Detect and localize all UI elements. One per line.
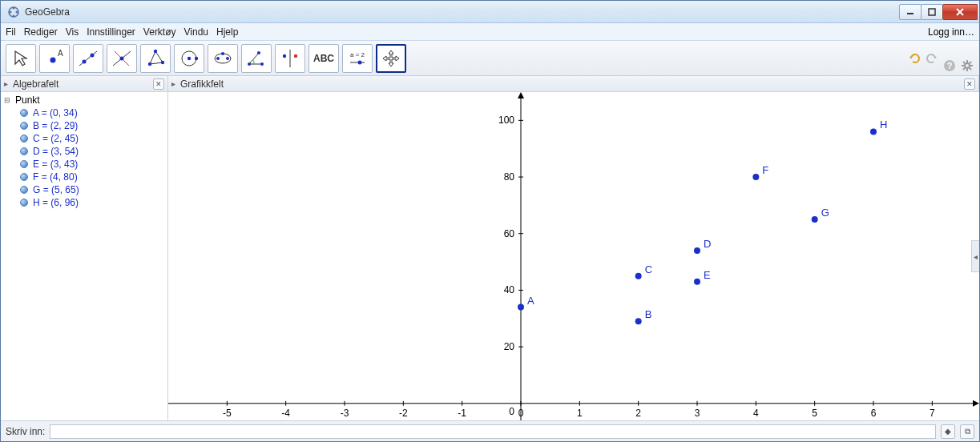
graphics-panel[interactable]: -5-4-3-2-101234567204060801000ABCDEFGH ◂ [168,92,979,420]
plot-point-C[interactable] [635,273,642,279]
svg-text:A: A [527,295,534,307]
text-tool[interactable]: ABC [309,44,339,73]
polygon-tool[interactable] [140,44,171,73]
svg-text:3: 3 [695,408,700,419]
plot-point-A[interactable] [518,304,524,311]
point-tool[interactable]: A [39,44,70,73]
graphics-panel-title: Grafikkfelt [180,78,224,90]
point-visibility-icon[interactable] [20,173,28,181]
algebra-point-B[interactable]: B = (2, 29) [15,119,164,132]
reflect-tool[interactable] [275,44,305,73]
menu-innstillinger[interactable]: Innstillinger [87,26,135,38]
tree-group-punkt[interactable]: ⊟ Punkt [4,94,164,106]
collapse-icon[interactable]: ▸ [171,79,175,88]
svg-text:a = 2: a = 2 [350,51,365,58]
menu-fil[interactable]: Fil [6,26,16,38]
svg-text:-4: -4 [281,408,290,419]
coordinate-plane[interactable]: -5-4-3-2-101234567204060801000ABCDEFGH [168,92,979,420]
svg-text:H: H [880,119,887,131]
svg-point-23 [195,56,198,59]
plot-point-B[interactable] [635,318,642,324]
menu-rediger[interactable]: Rediger [24,26,58,38]
collapse-icon[interactable]: ▸ [4,79,8,88]
point-visibility-icon[interactable] [20,109,28,117]
point-visibility-icon[interactable] [20,122,28,130]
plot-point-E[interactable] [694,279,700,285]
panels-header: ▸ Algebrafelt ✕ ▸ Grafikkfelt ✕ [1,76,979,92]
algebra-panel[interactable]: ⊟ Punkt A = (0, 34)B = (2, 29)C = (2, 45… [1,92,168,420]
input-dropdown-icon[interactable]: ◆ [941,424,955,439]
settings-icon[interactable] [960,58,974,73]
plot-point-F[interactable] [752,174,759,180]
angle-tool[interactable] [241,44,272,73]
point-definition: A = (0, 34) [33,107,78,119]
menu-vis[interactable]: Vis [66,26,79,38]
point-visibility-icon[interactable] [20,186,28,194]
ellipse-tool[interactable] [208,44,238,73]
svg-point-25 [216,57,220,60]
svg-text:-2: -2 [399,408,408,419]
graphics-panel-header[interactable]: ▸ Grafikkfelt ✕ [168,76,979,91]
maximize-button[interactable] [921,4,943,20]
menu-verktoy[interactable]: Verktøy [143,26,176,38]
algebra-point-F[interactable]: F = (4, 80) [15,171,164,183]
login-link[interactable]: Logg inn… [928,26,974,38]
move-tool[interactable] [6,44,36,73]
close-panel-icon[interactable]: ✕ [964,78,975,90]
redo-icon[interactable] [925,51,939,66]
perpendicular-tool[interactable] [107,44,137,73]
svg-text:A: A [58,49,63,58]
point-visibility-icon[interactable] [20,147,28,155]
menubar: Fil Rediger Vis Innstillinger Verktøy Vi… [1,23,979,41]
point-visibility-icon[interactable] [20,135,28,143]
svg-text:60: 60 [504,228,515,239]
point-visibility-icon[interactable] [20,160,28,168]
menu-vindu[interactable]: Vindu [184,26,208,38]
plot-point-G[interactable] [812,216,818,223]
plot-point-H[interactable] [870,128,877,135]
algebra-point-C[interactable]: C = (2, 45) [15,132,164,145]
algebra-point-E[interactable]: E = (3, 43) [15,158,164,171]
svg-line-11 [79,51,97,66]
side-toggle[interactable]: ◂ [971,240,979,272]
point-definition: D = (3, 54) [33,146,79,157]
algebra-point-D[interactable]: D = (3, 54) [15,145,164,158]
svg-point-22 [188,56,191,59]
svg-line-45 [963,62,965,63]
menu-hjelp[interactable]: Hjelp [216,26,238,38]
svg-point-28 [248,62,251,66]
circle-tool[interactable] [174,44,204,73]
minimize-button[interactable] [899,4,922,20]
plot-point-D[interactable] [694,247,700,254]
svg-text:40: 40 [504,284,515,295]
svg-text:0: 0 [518,408,524,419]
svg-point-40 [965,63,970,68]
close-button[interactable] [942,4,978,20]
svg-point-32 [283,54,286,57]
move-view-tool[interactable] [376,44,406,73]
svg-point-4 [13,14,15,17]
algebra-point-A[interactable]: A = (0, 34) [15,106,164,119]
close-panel-icon[interactable]: ✕ [153,78,164,90]
svg-point-13 [91,53,95,57]
line-tool[interactable] [73,44,103,73]
svg-text:6: 6 [871,408,877,419]
undo-icon[interactable] [907,51,922,66]
help-icon[interactable]: ? [942,58,957,73]
svg-point-30 [257,51,260,54]
point-definition: B = (2, 29) [33,120,78,131]
algebra-point-G[interactable]: G = (5, 65) [15,183,164,196]
input-help-icon[interactable]: ⧉ [960,424,974,439]
command-input[interactable] [50,424,936,439]
algebra-panel-title: Algebrafelt [13,78,58,90]
slider-tool[interactable]: a = 2 [342,44,373,73]
svg-text:-5: -5 [223,408,232,419]
algebra-panel-header[interactable]: ▸ Algebrafelt ✕ [1,76,168,91]
algebra-point-H[interactable]: H = (6, 96) [15,196,164,209]
svg-point-19 [154,49,157,52]
svg-text:100: 100 [498,115,514,126]
tree-toggle-icon[interactable]: ⊟ [4,96,12,104]
svg-text:D: D [704,238,711,250]
svg-point-37 [358,60,362,64]
point-visibility-icon[interactable] [20,199,28,207]
